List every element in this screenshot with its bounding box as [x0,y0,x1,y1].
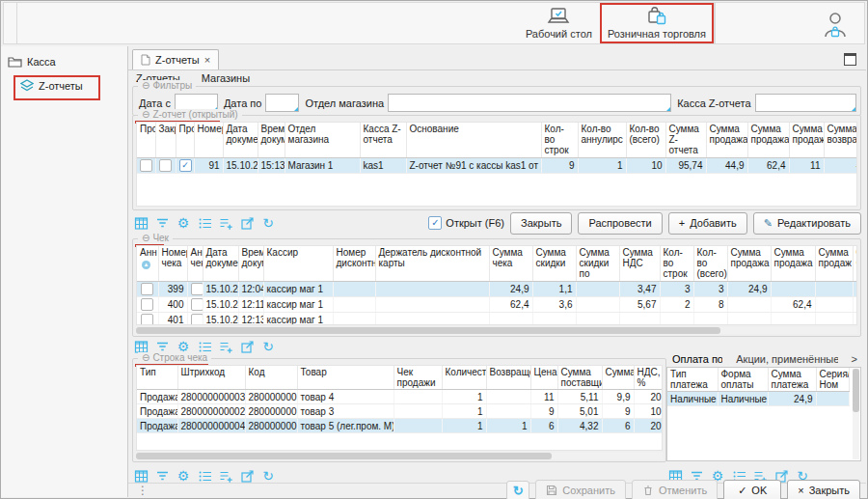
column-header[interactable]: Чек продажи [393,366,442,390]
payment-table[interactable]: Тип платежаФорма оплатыСумма платежаСери… [667,368,850,406]
user-button[interactable] [822,11,849,40]
table-row[interactable]: Продажа2800000000028280000000...товар 31… [137,404,663,419]
row-checkbox[interactable] [856,314,858,325]
table-row[interactable]: 40015.10.2412:11кассир маг 162,43,65,672… [137,296,857,312]
tab-zreports[interactable]: Z-отчеты × [132,49,219,69]
column-header[interactable]: Цена [530,366,557,390]
column-header[interactable]: Кол-во (всего) [693,246,727,281]
column-header[interactable]: Штрихкод [177,366,245,390]
table-row[interactable]: НаличныеНаличные24,9 [667,392,849,406]
external-link-icon[interactable] [238,468,256,485]
column-header[interactable]: Врем докум [258,123,285,157]
edit-button[interactable]: ✎Редактировать [753,212,861,235]
lines-legend[interactable]: ⊖Строка чека [138,352,211,363]
column-header[interactable]: Номер [194,123,223,157]
column-header[interactable]: Про [176,123,194,157]
column-header[interactable]: Кол-во строк [660,246,693,281]
lines-hscrollbar[interactable] [136,453,663,459]
add-row-icon[interactable] [217,339,234,355]
column-header[interactable]: Сумма платежа [768,368,816,392]
refresh-icon[interactable]: ↻ [259,468,277,485]
column-header[interactable]: Касса Z-отчета [360,123,406,157]
column-header[interactable]: Про [137,123,155,157]
filter-icon[interactable] [153,468,171,485]
row-checkbox[interactable] [141,283,153,295]
column-header[interactable]: Кол-во (всего) [626,123,665,157]
zreport-legend[interactable]: ⊖Z-отчет (открытый) [138,109,242,120]
row-checkbox[interactable] [856,298,858,311]
date-to-input[interactable] [265,94,299,112]
maximize-icon[interactable] [844,53,856,66]
row-checkbox[interactable] [191,298,203,311]
numbered-list-icon[interactable] [196,215,213,232]
receipts-hscrollbar[interactable] [136,327,857,334]
column-header[interactable]: Сумма НДС [619,246,660,281]
column-header[interactable]: Сумма продаж [815,246,853,281]
column-header[interactable]: Сумма [602,366,634,390]
refresh-button[interactable]: ↻ [506,481,529,499]
department-input[interactable] [388,94,671,112]
column-header[interactable]: Сумма продажа [771,246,815,281]
cancel-button[interactable]: Отменить [632,480,718,499]
zreport-table[interactable]: ПроЗакрПроНомерДата докуменВрем докумОтд… [137,123,857,174]
column-header[interactable]: Анн▲ [137,246,158,281]
column-header[interactable]: Держатель дисконтной карты [375,246,489,281]
add-button[interactable]: +Добавить [668,212,747,235]
column-header[interactable]: Отдел магазина [285,123,360,157]
row-checkbox[interactable]: ✓ [179,159,192,172]
column-header[interactable]: Кол-во аннулирс [578,123,626,157]
column-header[interactable]: Закр [155,123,176,157]
column-header[interactable]: Сумма продажа [706,123,747,157]
column-header[interactable]: Основание [406,123,541,157]
column-header[interactable]: Возвращен [486,366,530,390]
filters-legend[interactable]: ⊖Фильтры [138,80,196,91]
column-header[interactable]: Товар [297,366,393,390]
row-checkbox[interactable] [856,283,858,295]
external-link-icon[interactable] [238,215,256,232]
column-header[interactable]: Серия/Ном [816,368,849,392]
column-header[interactable]: Количество [442,366,486,390]
cash-input[interactable] [755,94,856,112]
row-checkbox[interactable] [191,283,203,295]
table-row[interactable]: 39915.10.2412:04кассир маг 124,91,13,473… [137,281,857,296]
column-header[interactable]: Тип [137,366,177,390]
sidebar-group-kassa[interactable]: Касса [8,55,127,68]
gear-icon[interactable]: ⚙ [175,468,192,485]
column-header[interactable]: Дата докумен [203,246,238,281]
desktop-nav-button[interactable]: Рабочий стол [518,3,600,43]
row-checkbox[interactable] [141,314,153,325]
add-row-icon[interactable] [217,215,234,232]
column-header[interactable]: Кол-во строк [541,123,578,157]
gear-icon[interactable]: ⚙ [175,215,192,232]
tab-close-icon[interactable]: × [204,54,210,66]
external-link-icon[interactable] [238,339,256,355]
column-header[interactable]: Отк ФР [853,246,857,281]
column-header[interactable]: Сумма поставщика [557,366,602,390]
open-checkbox[interactable]: ✓ Открыт (F6) [428,216,504,230]
close-window-button[interactable]: ×Закрыть [787,480,860,499]
ok-button[interactable]: ✓OK [723,480,781,499]
row-checkbox[interactable] [191,314,203,325]
column-header[interactable]: Тип платежа [667,368,718,392]
sidebar-item-zreports[interactable]: Z-отчеты [16,76,95,95]
save-button[interactable]: Сохранить [535,480,626,499]
lines-table[interactable]: ТипШтрихкодКодТоварЧек продажиКоличество… [137,366,663,433]
table-row[interactable]: ✓9115.10.2415:13Магазин 1kas1Z-отчет №91… [137,157,857,173]
column-header[interactable]: Номер дисконтн [333,246,375,281]
column-header[interactable]: Код [245,366,297,390]
row-checkbox[interactable] [140,159,152,172]
chevron-right-icon[interactable]: > [852,353,857,365]
column-header[interactable]: Сумма чека [489,246,532,281]
column-header[interactable]: Сумма скидки [532,246,576,281]
column-header[interactable]: Форма оплаты [718,368,768,392]
receipts-legend[interactable]: ⊖Чек [138,233,173,243]
numbered-list-icon[interactable] [196,468,213,485]
tab-promotions[interactable]: Акции, применённые для стр... [736,353,837,365]
column-header[interactable]: Врем докум [238,246,263,281]
column-header[interactable]: Номер чека [158,246,187,281]
table-row[interactable]: Продажа2800000000042280000000...товар 5 … [137,419,663,433]
table-row[interactable]: Продажа2800000000035280000000...товар 41… [137,390,663,404]
table-row[interactable]: 40115.10.2412:13кассир маг 1 [137,312,857,325]
grip-dots-icon[interactable]: ⋮ [134,484,151,497]
close-report-button[interactable]: Закрыть [510,212,572,235]
